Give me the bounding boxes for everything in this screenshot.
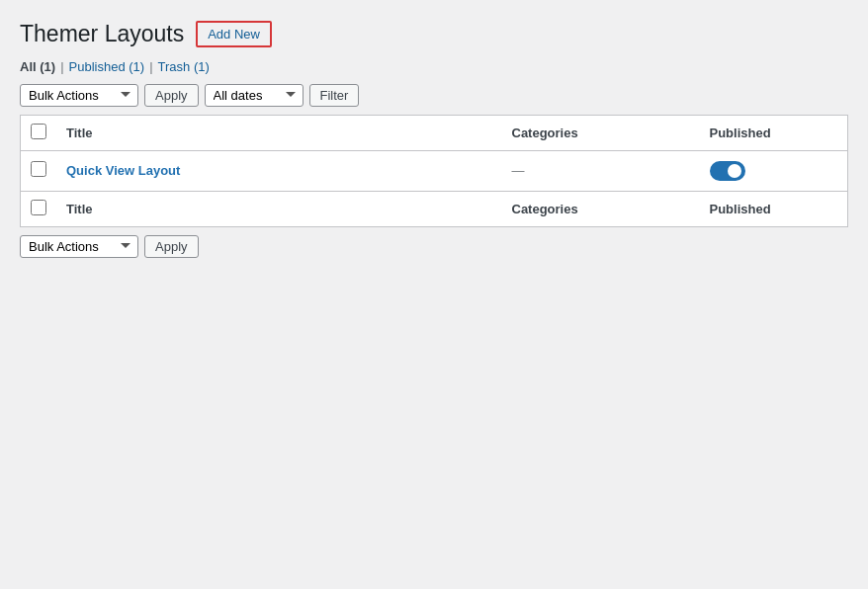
layout-title-link[interactable]: Quick View Layout: [66, 163, 180, 178]
row-checkbox[interactable]: [31, 161, 46, 177]
filter-links: All (1) | Published (1) | Trash (1): [20, 59, 848, 74]
th-categories: Categories: [502, 115, 700, 150]
apply-button-top[interactable]: Apply: [144, 84, 199, 107]
bottom-tablenav: Bulk Actions Apply: [20, 235, 848, 258]
select-all-checkbox-bottom[interactable]: [31, 200, 46, 215]
th-title[interactable]: Title: [56, 115, 502, 150]
bulk-actions-select-top[interactable]: Bulk Actions: [20, 84, 138, 107]
separator-1: |: [60, 59, 63, 74]
top-tablenav: Bulk Actions Apply All dates Filter: [20, 84, 848, 107]
filter-published[interactable]: Published (1): [69, 59, 145, 74]
tfoot-th-checkbox: [21, 191, 57, 226]
filter-trash[interactable]: Trash (1): [158, 59, 210, 74]
filter-all[interactable]: All (1): [20, 59, 55, 74]
tfoot-th-published: Published: [700, 191, 848, 226]
separator-2: |: [149, 59, 152, 74]
filter-button[interactable]: Filter: [309, 84, 360, 107]
layouts-table: Title Categories Published Quick View La…: [20, 115, 848, 227]
th-published: Published: [700, 115, 848, 150]
row-categories-cell: —: [502, 150, 700, 191]
toggle-slider: [710, 161, 745, 181]
tfoot-th-title: Title: [56, 191, 502, 226]
row-title-cell: Quick View Layout: [56, 150, 502, 191]
row-checkbox-cell: [21, 150, 57, 191]
th-checkbox: [21, 115, 57, 150]
bulk-actions-select-bottom[interactable]: Bulk Actions: [20, 235, 138, 258]
table-row: Quick View Layout —: [21, 150, 848, 191]
page-header: Themer Layouts Add New: [20, 20, 848, 49]
apply-button-bottom[interactable]: Apply: [144, 235, 199, 258]
add-new-button[interactable]: Add New: [196, 21, 272, 47]
row-published-cell: [700, 150, 848, 191]
tfoot-th-categories: Categories: [502, 191, 700, 226]
table-footer-row: Title Categories Published: [21, 191, 848, 226]
categories-value: —: [512, 163, 525, 178]
table-header-row: Title Categories Published: [21, 115, 848, 150]
published-toggle[interactable]: [710, 161, 745, 181]
select-all-checkbox-top[interactable]: [31, 124, 46, 139]
page-title: Themer Layouts: [20, 20, 184, 49]
dates-select-top[interactable]: All dates: [205, 84, 304, 107]
